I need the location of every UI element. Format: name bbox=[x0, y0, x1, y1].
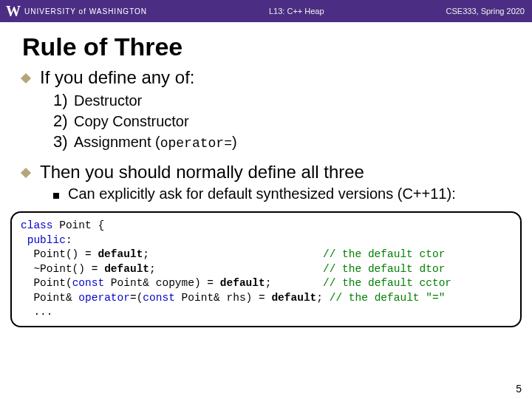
diamond-icon bbox=[21, 168, 31, 178]
list-item: 1) Destructor bbox=[53, 91, 510, 110]
num-3: 3) bbox=[53, 132, 74, 151]
uw-w-glyph: W bbox=[6, 3, 20, 20]
uw-logo: W UNIVERSITY of WASHINGTON bbox=[0, 3, 147, 20]
uw-text: UNIVERSITY of WASHINGTON bbox=[24, 7, 147, 16]
item-2: Copy Constructor bbox=[74, 113, 189, 130]
code-block: class Point { public: Point() = default;… bbox=[10, 211, 522, 327]
comment: // the default cctor bbox=[323, 277, 451, 289]
operator-code: operator= bbox=[160, 136, 232, 151]
bullet-2: Then you should normally define all thre… bbox=[22, 162, 510, 183]
list-item: 2) Copy Constructor bbox=[53, 112, 510, 131]
bullet-1: If you define any of: bbox=[22, 67, 510, 88]
num-2: 2) bbox=[53, 112, 74, 131]
lecture-title: L13: C++ Heap bbox=[147, 7, 446, 16]
diamond-icon bbox=[21, 73, 31, 83]
bullet-1-text: If you define any of: bbox=[40, 67, 194, 88]
sub-bullet: Can explicitly ask for default synthesiz… bbox=[53, 185, 510, 202]
square-icon bbox=[53, 193, 59, 199]
list-item: 3) Assignment (operator=) bbox=[53, 132, 510, 151]
numbered-list: 1) Destructor 2) Copy Constructor 3) Ass… bbox=[53, 91, 510, 151]
comment: // the default ctor bbox=[323, 248, 445, 260]
sub-bullet-text: Can explicitly ask for default synthesiz… bbox=[68, 185, 456, 202]
comment: // the default "=" bbox=[330, 292, 446, 304]
bullet-2-text: Then you should normally define all thre… bbox=[40, 162, 364, 183]
item-3: Assignment (operator=) bbox=[74, 134, 237, 151]
page-number: 5 bbox=[516, 383, 522, 395]
course-term: CSE333, Spring 2020 bbox=[446, 7, 532, 16]
num-1: 1) bbox=[53, 91, 74, 110]
header-bar: W UNIVERSITY of WASHINGTON L13: C++ Heap… bbox=[0, 0, 532, 22]
item-1: Destructor bbox=[74, 92, 142, 109]
slide: W UNIVERSITY of WASHINGTON L13: C++ Heap… bbox=[0, 0, 532, 399]
slide-body: If you define any of: 1) Destructor 2) C… bbox=[0, 67, 532, 202]
slide-title: Rule of Three bbox=[0, 22, 532, 67]
comment: // the default dtor bbox=[323, 263, 445, 275]
